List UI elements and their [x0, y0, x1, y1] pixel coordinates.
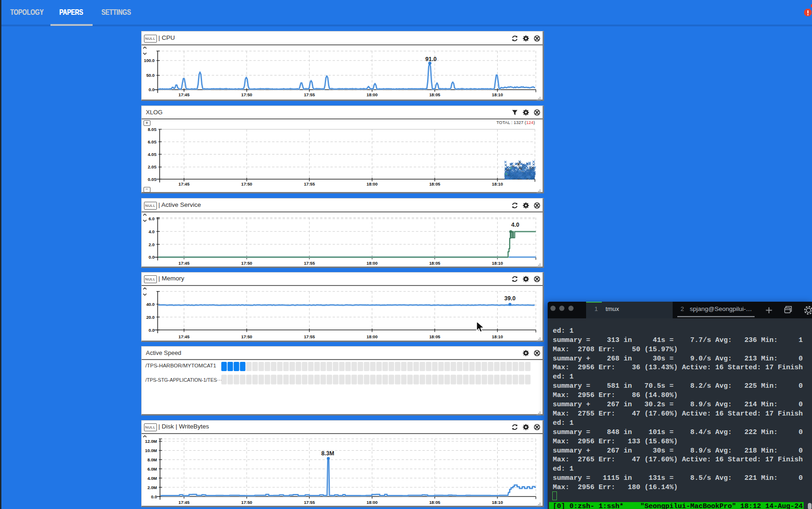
svg-text:2: 2: [681, 305, 684, 312]
svg-text:tmux: tmux: [606, 305, 619, 312]
svg-text:spjang@Seongpilui-…: spjang@Seongpilui-…: [690, 305, 752, 312]
svg-text:1: 1: [594, 305, 598, 312]
